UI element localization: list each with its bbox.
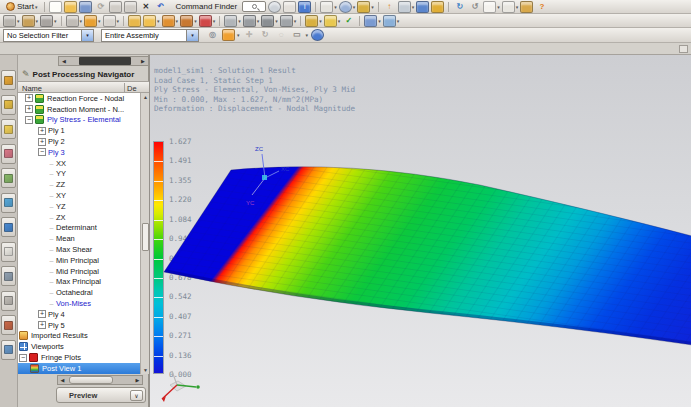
undo-icon[interactable]: ↶ bbox=[154, 1, 167, 13]
through-curves-icon[interactable] bbox=[128, 15, 141, 27]
resource-tab-hd3d-tools[interactable] bbox=[1, 217, 16, 237]
orient-view-icon[interactable]: ↑ bbox=[383, 1, 396, 13]
work-layer-icon[interactable] bbox=[502, 1, 515, 13]
resource-tab-constraint-navigator[interactable] bbox=[1, 95, 16, 115]
shell-icon[interactable] bbox=[162, 15, 175, 27]
tree-item[interactable]: –XY bbox=[18, 190, 140, 201]
snapshot-icon[interactable] bbox=[520, 1, 533, 13]
expand-icon[interactable]: + bbox=[38, 127, 46, 135]
expand-icon[interactable]: + bbox=[25, 105, 33, 113]
delete-icon[interactable]: ✕ bbox=[139, 1, 152, 13]
dropdown-caret-icon[interactable]: ▾ bbox=[176, 18, 179, 24]
start-menu-button[interactable]: Start ▾ bbox=[3, 2, 40, 11]
preview-collapse-button[interactable]: ∨ bbox=[130, 390, 143, 401]
expand-icon[interactable]: + bbox=[38, 310, 46, 318]
resource-tab-roles[interactable] bbox=[1, 340, 16, 360]
role-advanced-icon[interactable] bbox=[431, 1, 444, 13]
tree-item[interactable]: –YY bbox=[18, 169, 140, 180]
selection-scope-combo[interactable]: Entire Assembly ▾ bbox=[101, 29, 199, 42]
edge-blend-icon[interactable] bbox=[103, 15, 116, 27]
display-mode-icon[interactable] bbox=[398, 1, 411, 13]
tree-horizontal-scrollbar[interactable]: ◀ ▶ bbox=[57, 375, 143, 385]
tree-item[interactable]: Viewports bbox=[18, 341, 140, 352]
hole-icon[interactable] bbox=[66, 15, 79, 27]
dropdown-caret-icon[interactable]: ▾ bbox=[334, 4, 337, 10]
dropdown-caret-icon[interactable]: ▾ bbox=[80, 18, 83, 24]
copy-icon[interactable] bbox=[124, 1, 137, 13]
wcs-origin-handle[interactable] bbox=[262, 175, 267, 180]
model-canvas[interactable]: ZC XC YC bbox=[150, 55, 691, 407]
resource-tab-web-browser[interactable] bbox=[1, 193, 16, 213]
column-name[interactable]: Name bbox=[22, 84, 42, 93]
table-icon[interactable] bbox=[383, 15, 396, 27]
rotate-view-icon[interactable]: ↻ bbox=[259, 29, 272, 41]
scroll-right-icon[interactable]: ▶ bbox=[138, 58, 148, 64]
dropdown-caret-icon[interactable]: ▾ bbox=[117, 18, 120, 24]
paste-icon[interactable] bbox=[109, 1, 122, 13]
tree-item[interactable]: +Ply 4 bbox=[18, 309, 140, 320]
tree-item[interactable]: –Min Principal bbox=[18, 255, 140, 266]
collapse-icon[interactable]: − bbox=[38, 148, 46, 156]
window-layout-icon[interactable] bbox=[320, 1, 333, 13]
collapse-icon[interactable]: − bbox=[19, 354, 27, 362]
dropdown-caret-icon[interactable]: ▾ bbox=[237, 32, 240, 38]
shaded-display-icon[interactable] bbox=[339, 1, 352, 13]
dropdown-caret-icon[interactable]: ▾ bbox=[54, 18, 57, 24]
navigator-column-header[interactable]: Name De bbox=[18, 81, 149, 93]
draft-icon[interactable] bbox=[199, 15, 212, 27]
tree-vertical-scrollbar[interactable]: ▲ ▼ bbox=[140, 93, 149, 374]
selection-scope-dropdown-icon[interactable]: ▾ bbox=[186, 29, 199, 42]
pattern-feature-icon[interactable] bbox=[224, 15, 237, 27]
scroll-up-icon[interactable]: ▲ bbox=[141, 94, 149, 100]
selection-ball-icon[interactable] bbox=[268, 1, 281, 13]
selection-filter-dropdown-icon[interactable]: ▾ bbox=[81, 29, 94, 42]
composite-plate-model[interactable] bbox=[150, 145, 691, 407]
role-user-icon[interactable] bbox=[416, 1, 429, 13]
graphics-viewport[interactable]: model1_sim1 : Solution 1 ResultLoad Case… bbox=[149, 55, 691, 407]
zoom-view-icon[interactable]: ◌ bbox=[275, 29, 288, 41]
tree-item[interactable]: +Reaction Moment - N... bbox=[18, 104, 140, 115]
dropdown-caret-icon[interactable]: ▾ bbox=[17, 18, 20, 24]
tree-item[interactable]: +Ply 5 bbox=[18, 320, 140, 331]
resource-tab-view-manager[interactable] bbox=[1, 168, 16, 188]
dropdown-caret-icon[interactable]: ▾ bbox=[319, 18, 322, 24]
scrollbar-thumb[interactable] bbox=[69, 376, 113, 384]
column-divider[interactable] bbox=[124, 83, 125, 92]
tree-item[interactable]: Post View 1 bbox=[18, 363, 140, 374]
new-file-icon[interactable] bbox=[49, 1, 62, 13]
tree-item[interactable]: −Ply Stress - Elemental bbox=[18, 115, 140, 126]
scroll-down-icon[interactable]: ▼ bbox=[141, 367, 149, 373]
mirror-feature-icon[interactable] bbox=[243, 15, 256, 27]
resource-tab-documentation[interactable] bbox=[1, 242, 16, 262]
tree-item[interactable]: +Ply 1 bbox=[18, 125, 140, 136]
dropdown-caret-icon[interactable]: ▾ bbox=[98, 18, 101, 24]
select-rect-icon[interactable] bbox=[483, 1, 496, 13]
dropdown-caret-icon[interactable]: ▾ bbox=[275, 18, 278, 24]
dock-handle[interactable] bbox=[679, 45, 688, 53]
dropdown-caret-icon[interactable]: ▾ bbox=[213, 18, 216, 24]
dropdown-caret-icon[interactable]: ▾ bbox=[194, 18, 197, 24]
tree-item[interactable]: –XX bbox=[18, 158, 140, 169]
resource-tab-assembly-navigator[interactable] bbox=[1, 70, 16, 90]
help-icon[interactable]: ? bbox=[535, 1, 548, 13]
shaded-sphere-icon[interactable] bbox=[311, 29, 324, 41]
expand-icon[interactable]: + bbox=[38, 321, 46, 329]
tree-item[interactable]: –Mean bbox=[18, 233, 140, 244]
dropdown-caret-icon[interactable]: ▾ bbox=[412, 4, 415, 10]
scroll-right-icon[interactable]: ▶ bbox=[133, 377, 142, 383]
tree-item[interactable]: +Reaction Force - Nodal bbox=[18, 93, 140, 104]
command-finder-input[interactable] bbox=[242, 1, 266, 12]
dropdown-caret-icon[interactable]: ▾ bbox=[516, 4, 519, 10]
tree-item[interactable]: –Mid Principal bbox=[18, 266, 140, 277]
resource-tab-history[interactable] bbox=[1, 266, 16, 286]
scrollbar-thumb[interactable] bbox=[142, 223, 149, 251]
sketch-icon[interactable] bbox=[3, 15, 16, 27]
thicken-icon[interactable] bbox=[180, 15, 193, 27]
tree-item[interactable]: −Fringe Plots bbox=[18, 352, 140, 363]
expand-icon[interactable]: + bbox=[25, 94, 33, 102]
resource-tab-process-studio[interactable] bbox=[1, 291, 16, 311]
unite-icon[interactable] bbox=[84, 15, 97, 27]
tree-item[interactable]: –Von-Mises bbox=[18, 298, 140, 309]
pan-icon[interactable]: ✛ bbox=[243, 29, 256, 41]
offset-face-icon[interactable] bbox=[280, 15, 293, 27]
